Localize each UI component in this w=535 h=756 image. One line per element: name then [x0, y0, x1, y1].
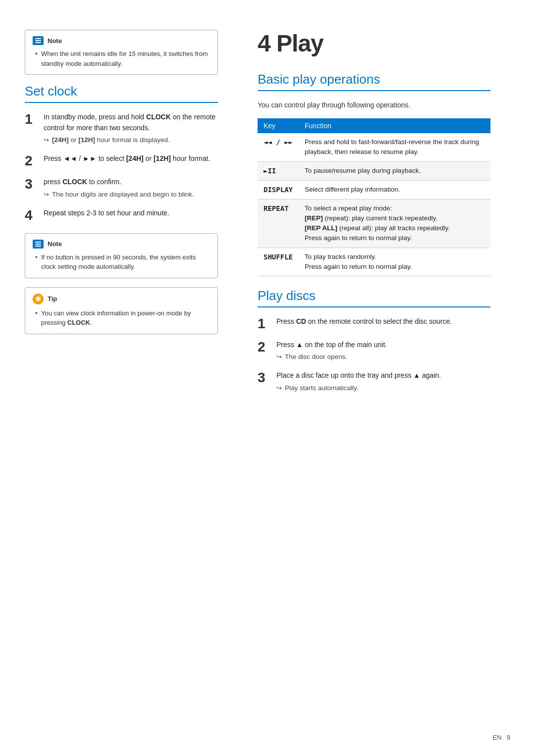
disc-step-sub-2: ↪ The disc door opens.	[276, 352, 490, 362]
note-list-top: When the unit remains idle for 15 minute…	[33, 49, 210, 68]
disc-step-3: 3 Place a disc face up onto the tray and…	[258, 370, 490, 394]
step-sub-1: ↪ [24H] or [12H] hour format is displaye…	[44, 135, 218, 146]
table-row-shuffle: SHUFFLE To play tracks randomly. Press a…	[258, 248, 490, 276]
set-clock-title: Set clock	[25, 84, 218, 103]
table-func-play: To pause/resume play during playback.	[299, 161, 490, 180]
step-text-4: Repeat steps 2-3 to set hour and minute.	[44, 209, 169, 217]
step-number-3: 3	[25, 177, 44, 192]
disc-step-content-3: Place a disc face up onto the tray and p…	[276, 370, 490, 394]
disc-step-number-1: 1	[258, 316, 276, 332]
tip-icon: ✱	[33, 294, 44, 304]
tip-label: Tip	[48, 295, 57, 302]
disc-step-text-2: Press ▲ on the top of the main unit.	[276, 341, 387, 349]
step-2: 2 Press ◄◄ / ►► to select [24H] or [12H]…	[25, 153, 218, 169]
basic-play-intro: You can control play through following o…	[258, 100, 490, 110]
note-icon-top	[33, 36, 44, 45]
step-sub-text-1: [24H] or [12H] hour format is displayed.	[52, 135, 170, 146]
disc-arrow-icon-3: ↪	[276, 383, 282, 393]
table-row-display: DISPLAY Select different play informatio…	[258, 180, 490, 199]
step-content-1: In standby mode, press and hold CLOCK on…	[44, 112, 218, 146]
basic-play-title: Basic play operations	[258, 72, 490, 91]
disc-step-text-3: Place a disc face up onto the tray and p…	[276, 371, 441, 379]
page-lang: EN	[493, 734, 502, 741]
note-header-bottom: Note	[33, 240, 210, 249]
tip-item-1: You can view clock information in power-…	[35, 308, 210, 328]
disc-step-content-1: Press CD on the remote control to select…	[276, 316, 490, 327]
step-number-1: 1	[25, 112, 44, 127]
table-row-ff: ◄◄ / ►► Press and hold to fast-forward/f…	[258, 133, 490, 161]
step-content-2: Press ◄◄ / ►► to select [24H] or [12H] h…	[44, 153, 218, 164]
disc-step-number-2: 2	[258, 340, 276, 355]
disc-step-1: 1 Press CD on the remote control to sele…	[258, 316, 490, 332]
disc-step-sub-text-3: Play starts automatically.	[285, 383, 358, 394]
note-label-bottom: Note	[48, 240, 62, 248]
note-header-top: Note	[33, 36, 210, 45]
table-func-ff: Press and hold to fast-forward/fast-reve…	[299, 133, 490, 161]
step-number-2: 2	[25, 153, 44, 169]
table-key-ff: ◄◄ / ►►	[258, 133, 299, 161]
note-item-top-1: When the unit remains idle for 15 minute…	[35, 49, 210, 68]
arrow-icon-1: ↪	[44, 135, 49, 145]
note-item-bottom-1: If no button is pressed in 90 seconds, t…	[35, 252, 210, 272]
step-text-1: In standby mode, press and hold CLOCK on…	[44, 113, 215, 132]
step-4: 4 Repeat steps 2-3 to set hour and minut…	[25, 208, 218, 223]
table-func-repeat: To select a repeat play mode: [REP] (rep…	[299, 199, 490, 248]
table-key-repeat: REPEAT	[258, 199, 299, 248]
note-icon-bottom	[33, 240, 44, 249]
play-discs-steps: 1 Press CD on the remote control to sele…	[258, 316, 490, 394]
table-header-row: Key Function	[258, 118, 490, 133]
step-content-3: press CLOCK to confirm. ↪ The hour digit…	[44, 177, 218, 200]
step-content-4: Repeat steps 2-3 to set hour and minute.	[44, 208, 218, 219]
table-row-repeat: REPEAT To select a repeat play mode: [RE…	[258, 199, 490, 248]
disc-step-number-3: 3	[258, 370, 276, 386]
table-func-shuffle: To play tracks randomly. Press again to …	[299, 248, 490, 276]
note-box-bottom: Note If no button is pressed in 90 secon…	[25, 233, 218, 278]
table-col-function: Function	[299, 118, 490, 133]
disc-arrow-icon-2: ↪	[276, 352, 282, 362]
disc-step-content-2: Press ▲ on the top of the main unit. ↪ T…	[276, 340, 490, 363]
table-row-play: ►II To pause/resume play during playback…	[258, 161, 490, 180]
disc-step-sub-3: ↪ Play starts automatically.	[276, 383, 490, 394]
note-list-bottom: If no button is pressed in 90 seconds, t…	[33, 252, 210, 272]
page-footer: EN 9	[493, 734, 510, 741]
note-box-top: Note When the unit remains idle for 15 m…	[25, 30, 218, 75]
tip-header: ✱ Tip	[33, 294, 210, 304]
table-key-play: ►II	[258, 161, 299, 180]
disc-step-2: 2 Press ▲ on the top of the main unit. ↪…	[258, 340, 490, 363]
step-3: 3 press CLOCK to confirm. ↪ The hour dig…	[25, 177, 218, 200]
table-col-key: Key	[258, 118, 299, 133]
step-text-3: press CLOCK to confirm.	[44, 178, 121, 186]
step-number-4: 4	[25, 208, 44, 223]
disc-step-sub-text-2: The disc door opens.	[285, 352, 347, 362]
table-key-shuffle: SHUFFLE	[258, 248, 299, 276]
play-discs-title: Play discs	[258, 288, 490, 307]
tip-box: ✱ Tip You can view clock information in …	[25, 287, 218, 334]
table-key-display: DISPLAY	[258, 180, 299, 199]
step-sub-text-3: The hour digits are displayed and begin …	[52, 190, 194, 200]
page-number: 9	[507, 734, 510, 741]
table-func-display: Select different play information.	[299, 180, 490, 199]
chapter-heading: 4 Play	[258, 30, 490, 57]
play-table: Key Function ◄◄ / ►► Press and hold to f…	[258, 118, 490, 276]
step-sub-3: ↪ The hour digits are displayed and begi…	[44, 190, 218, 200]
step-text-2: Press ◄◄ / ►► to select [24H] or [12H] h…	[44, 154, 210, 162]
arrow-icon-3: ↪	[44, 190, 49, 200]
note-label-top: Note	[48, 37, 62, 45]
tip-list: You can view clock information in power-…	[33, 308, 210, 328]
step-1: 1 In standby mode, press and hold CLOCK …	[25, 112, 218, 146]
disc-step-text-1: Press CD on the remote control to select…	[276, 317, 452, 325]
set-clock-steps: 1 In standby mode, press and hold CLOCK …	[25, 112, 218, 223]
